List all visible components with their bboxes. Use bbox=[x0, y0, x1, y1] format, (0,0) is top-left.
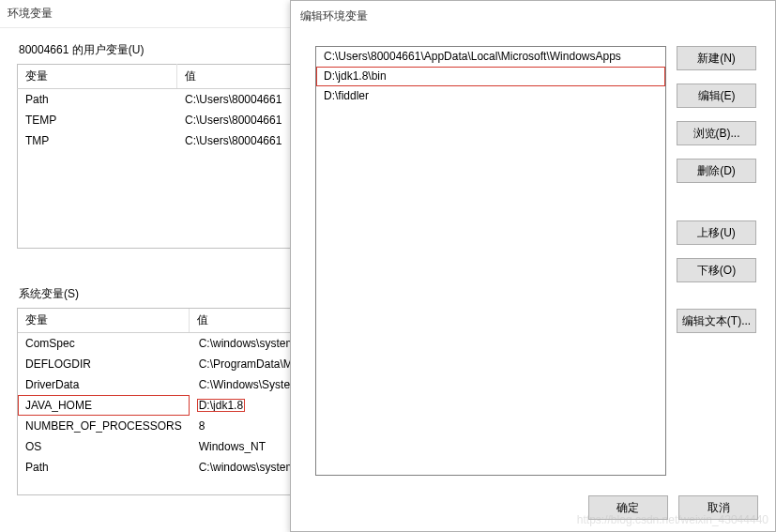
path-entries-list[interactable]: C:\Users\80004661\AppData\Local\Microsof… bbox=[315, 46, 666, 476]
list-item-empty[interactable] bbox=[316, 126, 665, 145]
list-item-empty[interactable] bbox=[316, 323, 665, 342]
col-variable: 变量 bbox=[18, 309, 190, 333]
list-item-empty[interactable] bbox=[316, 283, 665, 303]
dialog-action-row: 确定 取消 bbox=[291, 495, 758, 520]
button-column: 新建(N) 编辑(E) 浏览(B)... 删除(D) 上移(U) 下移(O) 编… bbox=[677, 46, 756, 346]
var-name: OS bbox=[18, 436, 190, 457]
list-item-empty[interactable] bbox=[316, 165, 665, 185]
list-item[interactable]: D:\jdk1.8\bin bbox=[316, 67, 665, 86]
var-name: ComSpec bbox=[18, 333, 190, 355]
var-name: Path bbox=[18, 457, 190, 478]
list-item-empty[interactable] bbox=[316, 441, 665, 461]
edit-text-button[interactable]: 编辑文本(T)... bbox=[677, 309, 756, 333]
list-item-empty[interactable] bbox=[316, 382, 665, 402]
move-up-button[interactable]: 上移(U) bbox=[677, 220, 756, 245]
list-item-empty[interactable] bbox=[316, 145, 665, 165]
list-item-empty[interactable] bbox=[316, 362, 665, 382]
list-item-empty[interactable] bbox=[316, 421, 665, 441]
dialog-title: 编辑环境变量 bbox=[291, 1, 775, 34]
list-item[interactable]: C:\Users\80004661\AppData\Local\Microsof… bbox=[316, 47, 665, 67]
list-item-empty[interactable] bbox=[316, 244, 665, 264]
var-name: Path bbox=[18, 89, 177, 110]
list-item-empty[interactable] bbox=[316, 205, 665, 224]
new-button[interactable]: 新建(N) bbox=[677, 46, 756, 70]
list-item[interactable]: D:\fiddler bbox=[316, 86, 665, 106]
var-name: JAVA_HOME bbox=[18, 395, 190, 416]
var-name: TMP bbox=[18, 130, 177, 151]
col-variable: 变量 bbox=[18, 65, 177, 89]
browse-button[interactable]: 浏览(B)... bbox=[677, 121, 756, 145]
list-item-empty[interactable] bbox=[316, 264, 665, 283]
var-name: TEMP bbox=[18, 110, 177, 130]
list-item-empty[interactable] bbox=[316, 402, 665, 421]
edit-button[interactable]: 编辑(E) bbox=[677, 84, 756, 108]
move-down-button[interactable]: 下移(O) bbox=[677, 258, 756, 282]
cancel-button[interactable]: 取消 bbox=[678, 495, 758, 520]
list-item-empty[interactable] bbox=[316, 106, 665, 126]
var-name: DEFLOGDIR bbox=[18, 354, 190, 374]
edit-env-var-dialog: 编辑环境变量 C:\Users\80004661\AppData\Local\M… bbox=[290, 0, 776, 532]
var-name: NUMBER_OF_PROCESSORS bbox=[18, 416, 190, 436]
list-item-empty[interactable] bbox=[316, 185, 665, 205]
list-item-empty[interactable] bbox=[316, 342, 665, 362]
list-item-empty[interactable] bbox=[316, 303, 665, 323]
list-item-empty[interactable] bbox=[316, 224, 665, 244]
var-name: DriverData bbox=[18, 374, 190, 395]
ok-button[interactable]: 确定 bbox=[588, 495, 668, 520]
delete-button[interactable]: 删除(D) bbox=[677, 159, 756, 183]
